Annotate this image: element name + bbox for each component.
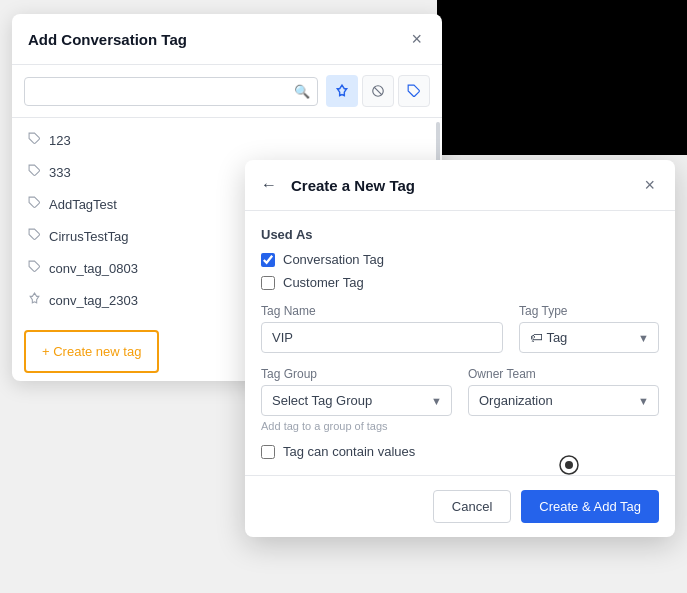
tag-filter-button[interactable] — [398, 75, 430, 107]
conversation-tag-checkbox[interactable] — [261, 253, 275, 267]
create-dialog-body: Used As Conversation Tag Customer Tag Ta… — [245, 211, 675, 475]
conversation-tag-row: Conversation Tag — [261, 252, 659, 267]
customer-tag-checkbox[interactable] — [261, 276, 275, 290]
create-new-tag-button[interactable]: + Create new tag — [24, 330, 159, 373]
tag-icon — [28, 228, 41, 244]
tag-group-hint: Add tag to a group of tags — [261, 420, 452, 432]
create-dialog-header: ← Create a New Tag × — [245, 160, 675, 211]
create-new-tag-dialog: ← Create a New Tag × Used As Conversatio… — [245, 160, 675, 537]
cursor — [559, 455, 579, 475]
owner-team-select[interactable]: Organization Team A Team B — [468, 385, 659, 416]
list-item[interactable]: 123 — [12, 124, 442, 156]
tag-values-checkbox[interactable] — [261, 445, 275, 459]
pin-icon — [28, 292, 41, 308]
customer-tag-row: Customer Tag — [261, 275, 659, 290]
tag-filter-icon — [407, 84, 421, 98]
search-bar: 🔍 — [12, 65, 442, 118]
dialog-header: Add Conversation Tag × — [12, 14, 442, 65]
back-button[interactable]: ← — [261, 176, 277, 194]
tag-group-owner-row: Tag Group Select Tag Group ▼ Add tag to … — [261, 367, 659, 432]
tag-name-input[interactable] — [261, 322, 503, 353]
svg-line-1 — [374, 87, 382, 95]
tag-icon — [28, 132, 41, 148]
tag-values-row: Tag can contain values — [261, 444, 659, 459]
tag-name-label: Tag Name — [261, 304, 503, 318]
dialog-title: Add Conversation Tag — [28, 31, 187, 48]
tag-group-group: Tag Group Select Tag Group ▼ Add tag to … — [261, 367, 452, 432]
search-input[interactable] — [24, 77, 318, 106]
tag-group-select[interactable]: Select Tag Group — [261, 385, 452, 416]
owner-team-label: Owner Team — [468, 367, 659, 381]
conversation-tag-label: Conversation Tag — [283, 252, 384, 267]
used-as-label: Used As — [261, 227, 659, 242]
tag-group-select-wrapper: Select Tag Group ▼ — [261, 385, 452, 416]
tag-name-group: Tag Name — [261, 304, 503, 353]
tag-name-type-row: Tag Name Tag Type 🏷 Tag Group System ▼ — [261, 304, 659, 353]
create-dialog-close-button[interactable]: × — [640, 174, 659, 196]
dialog-footer: Cancel Create & Add Tag — [245, 475, 675, 537]
create-dialog-title: Create a New Tag — [291, 177, 415, 194]
tag-icon — [28, 196, 41, 212]
tag-type-label: Tag Type — [519, 304, 659, 318]
customer-tag-label: Customer Tag — [283, 275, 364, 290]
close-button[interactable]: × — [407, 28, 426, 50]
cancel-filter-button[interactable] — [362, 75, 394, 107]
tag-name: 123 — [49, 133, 426, 148]
search-input-wrapper: 🔍 — [24, 77, 318, 106]
tag-type-group: Tag Type 🏷 Tag Group System ▼ — [519, 304, 659, 353]
toolbar-icons — [326, 75, 430, 107]
svg-point-9 — [565, 461, 573, 469]
black-overlay — [437, 0, 687, 155]
owner-team-group: Owner Team Organization Team A Team B ▼ — [468, 367, 659, 432]
pin-filter-button[interactable] — [326, 75, 358, 107]
pin-icon — [335, 84, 349, 98]
search-icon: 🔍 — [294, 84, 310, 99]
tag-icon — [28, 260, 41, 276]
scrollbar-thumb — [436, 122, 440, 162]
tag-type-select-wrapper: 🏷 Tag Group System ▼ — [519, 322, 659, 353]
ban-icon — [371, 84, 385, 98]
tag-type-select[interactable]: 🏷 Tag Group System — [519, 322, 659, 353]
tag-icon — [28, 164, 41, 180]
tag-values-label: Tag can contain values — [283, 444, 415, 459]
cancel-button[interactable]: Cancel — [433, 490, 511, 523]
tag-group-label: Tag Group — [261, 367, 452, 381]
owner-team-select-wrapper: Organization Team A Team B ▼ — [468, 385, 659, 416]
create-add-tag-button[interactable]: Create & Add Tag — [521, 490, 659, 523]
